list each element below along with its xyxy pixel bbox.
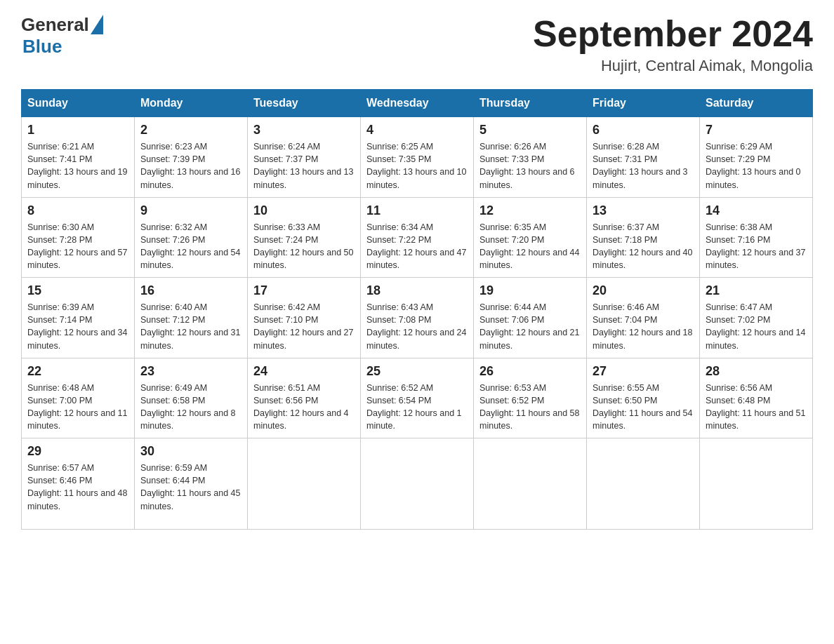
day-number: 17 (253, 283, 355, 298)
calendar-cell (474, 438, 587, 530)
day-info: Sunrise: 6:56 AMSunset: 6:48 PMDaylight:… (706, 382, 807, 433)
day-number: 14 (706, 203, 807, 218)
day-number: 30 (140, 444, 241, 459)
logo-general-text: General (21, 14, 89, 36)
day-number: 25 (366, 364, 468, 379)
calendar-cell: 21 Sunrise: 6:47 AMSunset: 7:02 PMDaylig… (700, 278, 813, 358)
day-info: Sunrise: 6:49 AMSunset: 6:58 PMDaylight:… (140, 382, 241, 433)
location-title: Hujirt, Central Aimak, Mongolia (533, 57, 813, 75)
calendar-cell: 12 Sunrise: 6:35 AMSunset: 7:20 PMDaylig… (474, 197, 587, 278)
calendar-cell (700, 438, 813, 530)
calendar-cell: 16 Sunrise: 6:40 AMSunset: 7:12 PMDaylig… (135, 278, 248, 358)
week-row-3: 15 Sunrise: 6:39 AMSunset: 7:14 PMDaylig… (22, 278, 813, 358)
calendar-cell: 18 Sunrise: 6:43 AMSunset: 7:08 PMDaylig… (361, 278, 474, 358)
week-row-5: 29 Sunrise: 6:57 AMSunset: 6:46 PMDaylig… (22, 438, 813, 530)
calendar-cell: 22 Sunrise: 6:48 AMSunset: 7:00 PMDaylig… (22, 358, 135, 438)
day-info: Sunrise: 6:26 AMSunset: 7:33 PMDaylight:… (479, 140, 581, 192)
calendar-cell: 8 Sunrise: 6:30 AMSunset: 7:28 PMDayligh… (22, 197, 135, 278)
day-number: 6 (593, 123, 694, 137)
calendar-cell: 27 Sunrise: 6:55 AMSunset: 6:50 PMDaylig… (587, 358, 700, 438)
calendar-cell (361, 438, 474, 530)
calendar-cell: 17 Sunrise: 6:42 AMSunset: 7:10 PMDaylig… (248, 278, 361, 358)
day-info: Sunrise: 6:53 AMSunset: 6:52 PMDaylight:… (479, 382, 581, 433)
day-info: Sunrise: 6:34 AMSunset: 7:22 PMDaylight:… (366, 221, 468, 272)
day-info: Sunrise: 6:38 AMSunset: 7:16 PMDaylight:… (706, 221, 807, 272)
calendar-cell: 20 Sunrise: 6:46 AMSunset: 7:04 PMDaylig… (587, 278, 700, 358)
calendar-cell: 10 Sunrise: 6:33 AMSunset: 7:24 PMDaylig… (248, 197, 361, 278)
week-row-4: 22 Sunrise: 6:48 AMSunset: 7:00 PMDaylig… (22, 358, 813, 438)
day-info: Sunrise: 6:39 AMSunset: 7:14 PMDaylight:… (27, 301, 128, 352)
calendar-cell: 23 Sunrise: 6:49 AMSunset: 6:58 PMDaylig… (135, 358, 248, 438)
day-number: 23 (140, 364, 241, 379)
page-header: General Blue September 2024 Hujirt, Cent… (21, 14, 813, 75)
day-info: Sunrise: 6:47 AMSunset: 7:02 PMDaylight:… (706, 301, 807, 352)
column-header-thursday: Thursday (474, 90, 587, 117)
day-number: 19 (479, 283, 581, 298)
day-info: Sunrise: 6:44 AMSunset: 7:06 PMDaylight:… (479, 301, 581, 352)
day-info: Sunrise: 6:23 AMSunset: 7:39 PMDaylight:… (140, 140, 241, 192)
day-info: Sunrise: 6:33 AMSunset: 7:24 PMDaylight:… (253, 221, 355, 272)
day-info: Sunrise: 6:52 AMSunset: 6:54 PMDaylight:… (366, 382, 468, 433)
calendar-cell: 7 Sunrise: 6:29 AMSunset: 7:29 PMDayligh… (700, 117, 813, 198)
day-number: 1 (27, 123, 128, 137)
day-info: Sunrise: 6:29 AMSunset: 7:29 PMDaylight:… (706, 140, 807, 192)
column-header-friday: Friday (587, 90, 700, 117)
month-title: September 2024 (533, 14, 813, 54)
day-number: 13 (593, 203, 694, 218)
day-info: Sunrise: 6:25 AMSunset: 7:35 PMDaylight:… (366, 140, 468, 192)
week-row-1: 1 Sunrise: 6:21 AMSunset: 7:41 PMDayligh… (22, 117, 813, 198)
day-number: 2 (140, 123, 241, 137)
day-number: 5 (479, 123, 581, 137)
title-block: September 2024 Hujirt, Central Aimak, Mo… (533, 14, 813, 75)
calendar-cell: 14 Sunrise: 6:38 AMSunset: 7:16 PMDaylig… (700, 197, 813, 278)
day-info: Sunrise: 6:42 AMSunset: 7:10 PMDaylight:… (253, 301, 355, 352)
calendar-cell (248, 438, 361, 530)
calendar-table: SundayMondayTuesdayWednesdayThursdayFrid… (21, 89, 813, 530)
calendar-cell: 1 Sunrise: 6:21 AMSunset: 7:41 PMDayligh… (22, 117, 135, 198)
day-number: 26 (479, 364, 581, 379)
day-info: Sunrise: 6:59 AMSunset: 6:44 PMDaylight:… (140, 462, 241, 513)
day-number: 8 (27, 203, 128, 218)
day-number: 22 (27, 364, 128, 379)
column-header-wednesday: Wednesday (361, 90, 474, 117)
day-info: Sunrise: 6:46 AMSunset: 7:04 PMDaylight:… (593, 301, 694, 352)
calendar-cell: 5 Sunrise: 6:26 AMSunset: 7:33 PMDayligh… (474, 117, 587, 198)
day-info: Sunrise: 6:37 AMSunset: 7:18 PMDaylight:… (593, 221, 694, 272)
logo-blue-text: Blue (22, 36, 62, 58)
calendar-cell: 3 Sunrise: 6:24 AMSunset: 7:37 PMDayligh… (248, 117, 361, 198)
calendar-cell: 15 Sunrise: 6:39 AMSunset: 7:14 PMDaylig… (22, 278, 135, 358)
day-number: 18 (366, 283, 468, 298)
day-info: Sunrise: 6:48 AMSunset: 7:00 PMDaylight:… (27, 382, 128, 433)
day-number: 24 (253, 364, 355, 379)
day-number: 27 (593, 364, 694, 379)
day-number: 10 (253, 203, 355, 218)
day-number: 16 (140, 283, 241, 298)
column-header-monday: Monday (135, 90, 248, 117)
day-info: Sunrise: 6:55 AMSunset: 6:50 PMDaylight:… (593, 382, 694, 433)
day-number: 12 (479, 203, 581, 218)
day-number: 20 (593, 283, 694, 298)
column-header-sunday: Sunday (22, 90, 135, 117)
week-row-2: 8 Sunrise: 6:30 AMSunset: 7:28 PMDayligh… (22, 197, 813, 278)
calendar-cell: 11 Sunrise: 6:34 AMSunset: 7:22 PMDaylig… (361, 197, 474, 278)
calendar-cell: 25 Sunrise: 6:52 AMSunset: 6:54 PMDaylig… (361, 358, 474, 438)
day-number: 29 (27, 444, 128, 459)
day-number: 9 (140, 203, 241, 218)
logo: General Blue (21, 14, 103, 58)
day-number: 4 (366, 123, 468, 137)
day-info: Sunrise: 6:30 AMSunset: 7:28 PMDaylight:… (27, 221, 128, 272)
calendar-cell: 19 Sunrise: 6:44 AMSunset: 7:06 PMDaylig… (474, 278, 587, 358)
calendar-cell: 2 Sunrise: 6:23 AMSunset: 7:39 PMDayligh… (135, 117, 248, 198)
calendar-cell: 28 Sunrise: 6:56 AMSunset: 6:48 PMDaylig… (700, 358, 813, 438)
calendar-cell: 4 Sunrise: 6:25 AMSunset: 7:35 PMDayligh… (361, 117, 474, 198)
day-number: 7 (706, 123, 807, 137)
calendar-cell: 24 Sunrise: 6:51 AMSunset: 6:56 PMDaylig… (248, 358, 361, 438)
day-info: Sunrise: 6:24 AMSunset: 7:37 PMDaylight:… (253, 140, 355, 192)
day-info: Sunrise: 6:40 AMSunset: 7:12 PMDaylight:… (140, 301, 241, 352)
day-number: 11 (366, 203, 468, 218)
calendar-cell: 13 Sunrise: 6:37 AMSunset: 7:18 PMDaylig… (587, 197, 700, 278)
day-info: Sunrise: 6:57 AMSunset: 6:46 PMDaylight:… (27, 462, 128, 513)
calendar-cell: 9 Sunrise: 6:32 AMSunset: 7:26 PMDayligh… (135, 197, 248, 278)
day-info: Sunrise: 6:32 AMSunset: 7:26 PMDaylight:… (140, 221, 241, 272)
calendar-header: SundayMondayTuesdayWednesdayThursdayFrid… (22, 90, 813, 117)
